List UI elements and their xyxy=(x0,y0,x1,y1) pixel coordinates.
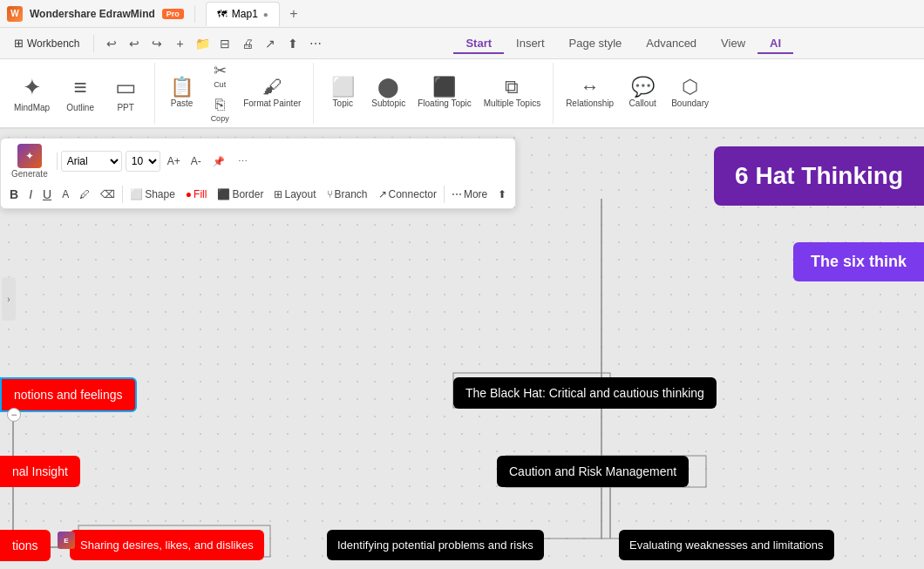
redo-button[interactable]: ↪ xyxy=(146,33,167,54)
canvas-area[interactable]: ✦ Generate Arial 10 A+ A- 📌 ⋯ B I U A 🖊 … xyxy=(0,129,924,569)
subtopic-label: Subtopic xyxy=(371,98,405,109)
workbench-button[interactable]: ⊞ Workbench xyxy=(7,33,86,53)
map1-tab[interactable]: 🗺 Map1 ● xyxy=(206,2,280,26)
ft-sep3 xyxy=(444,186,445,203)
bold-button[interactable]: B xyxy=(6,184,22,205)
outline-button[interactable]: ≡ Outline xyxy=(58,71,102,116)
increase-font-button[interactable]: A+ xyxy=(164,151,184,172)
topic-button[interactable]: ⬜ Topic xyxy=(321,74,364,112)
new-button[interactable]: + xyxy=(169,33,190,54)
open-button[interactable]: 📁 xyxy=(192,33,213,54)
shape-label: Shape xyxy=(145,188,175,200)
subtopic-button[interactable]: ⬤ Subtopic xyxy=(366,74,411,112)
multiple-topics-button[interactable]: ⧉ Multiple Topics xyxy=(479,74,546,112)
insight-node[interactable]: nal Insight xyxy=(0,456,80,487)
export-button[interactable]: ⬆ xyxy=(282,33,303,54)
format-painter-button[interactable]: 🖌 Format Painter xyxy=(238,74,306,112)
tab-view[interactable]: View xyxy=(709,33,758,53)
black-hat-node[interactable]: The Black Hat: Critical and cautious thi… xyxy=(453,377,717,409)
tab-start[interactable]: Start xyxy=(453,33,504,53)
tab-insert[interactable]: Insert xyxy=(504,33,557,53)
tab-advanced-label: Advanced xyxy=(646,37,696,50)
tab-ai[interactable]: AI xyxy=(758,33,793,53)
layout-button[interactable]: ⊞ Layout xyxy=(270,184,319,205)
highlight-button[interactable]: 🖊 xyxy=(76,184,93,205)
pages-button[interactable]: ⊟ xyxy=(214,33,235,54)
caution-node[interactable]: Caution and Risk Management xyxy=(497,456,689,487)
mindmap-button[interactable]: ✦ MindMap xyxy=(7,71,57,116)
mindmap-label: MindMap xyxy=(14,103,50,112)
panel-collapse-button[interactable]: › xyxy=(2,277,16,321)
print-button[interactable]: 🖨 xyxy=(237,33,258,54)
topic-group: ⬜ Topic ⬤ Subtopic ⬛ Floating Topic ⧉ Mu… xyxy=(314,63,554,124)
central-node[interactable]: 6 Hat Thinking xyxy=(714,146,924,206)
collapse-indicator[interactable]: − xyxy=(7,408,21,422)
chevron-right-icon: › xyxy=(7,295,10,304)
cut-button[interactable]: ✂ Cut xyxy=(203,61,236,91)
sharing-node[interactable]: Sharing desires, likes, and dislikes xyxy=(70,530,264,560)
more-button[interactable]: ⋯ xyxy=(305,33,326,54)
share-button[interactable]: ↗ xyxy=(260,33,281,54)
callout-label: Callout xyxy=(629,98,656,109)
emotions-node[interactable]: notions and feelings xyxy=(0,377,137,412)
tions-node[interactable]: tions xyxy=(0,530,51,561)
ft-sep1 xyxy=(57,152,58,170)
relationship-label: Relationship xyxy=(566,98,614,109)
eraser-button[interactable]: ⌫ xyxy=(97,184,119,205)
separator xyxy=(194,5,195,23)
sep1 xyxy=(93,35,94,52)
more-options-button[interactable]: ⋯ More xyxy=(448,184,491,205)
sub-node-text: The six think xyxy=(811,253,907,270)
border-label: Border xyxy=(232,188,263,200)
floating-topic-button[interactable]: ⬛ Floating Topic xyxy=(412,74,477,112)
italic-button[interactable]: I xyxy=(25,184,36,205)
relationship-button[interactable]: ↔ Relationship xyxy=(561,74,619,112)
collapse-button[interactable]: ⬆ xyxy=(494,184,510,205)
callout-button[interactable]: 💬 Callout xyxy=(621,74,664,112)
paste-button[interactable]: 📋 Paste xyxy=(162,74,201,112)
generate-button[interactable]: ✦ Generate xyxy=(6,142,53,180)
float-expand-button[interactable]: ⋯ xyxy=(233,151,254,172)
more-label: More xyxy=(464,188,487,200)
format-painter-icon: 🖌 xyxy=(262,78,282,97)
undo-button[interactable]: ↩ xyxy=(101,33,122,54)
tab-page-style[interactable]: Page style xyxy=(557,33,635,53)
copy-button[interactable]: ⎘ Copy xyxy=(203,95,236,125)
sharing-node-text: Sharing desires, likes, and dislikes xyxy=(80,539,254,552)
connector-button[interactable]: ↗ Connector xyxy=(375,184,440,205)
font-color-button[interactable]: A xyxy=(58,184,72,205)
tab-page-style-label: Page style xyxy=(569,37,622,50)
font-select[interactable]: Arial xyxy=(61,151,122,172)
generate-icon: ✦ xyxy=(17,144,42,168)
connectors-group: ↔ Relationship 💬 Callout ⬡ Boundary xyxy=(554,63,721,124)
fill-button[interactable]: ● Fill xyxy=(182,184,211,205)
insight-node-text: nal Insight xyxy=(12,464,68,478)
multiple-topics-icon: ⧉ xyxy=(505,78,519,97)
shape-button[interactable]: ⬜ Shape xyxy=(126,184,179,205)
ppt-button[interactable]: ▭ PPT xyxy=(104,71,147,116)
outline-label: Outline xyxy=(66,103,94,112)
border-button[interactable]: ⬛ Border xyxy=(214,184,267,205)
underline-button[interactable]: U xyxy=(39,184,55,205)
tab-advanced[interactable]: Advanced xyxy=(634,33,709,53)
ppt-icon: ▭ xyxy=(115,74,137,101)
float-pin-button[interactable]: 📌 xyxy=(208,151,229,172)
size-select[interactable]: 10 xyxy=(126,151,160,172)
identifying-node[interactable]: Identifying potential problems and risks xyxy=(327,530,544,560)
ft-sep2 xyxy=(122,186,123,203)
add-tab-button[interactable]: + xyxy=(283,3,304,24)
decrease-font-button[interactable]: A- xyxy=(187,151,205,172)
subtopic-icon: ⬤ xyxy=(377,78,399,97)
boundary-button[interactable]: ⬡ Boundary xyxy=(666,74,714,112)
undo2-button[interactable]: ↩ xyxy=(124,33,145,54)
tab-dot: ● xyxy=(263,10,268,19)
clipboard-group: 📋 Paste ✂ Cut ⎘ Copy 🖌 Format Painter xyxy=(155,63,314,124)
evaluating-node[interactable]: Evaluating weaknesses and limitations xyxy=(619,530,834,560)
topic-label: Topic xyxy=(333,98,353,109)
black-hat-node-text: The Black Hat: Critical and cautious thi… xyxy=(465,386,704,400)
paste-icon: 📋 xyxy=(170,78,194,97)
topic-icon: ⬜ xyxy=(331,78,355,97)
sub-node[interactable]: The six think xyxy=(793,242,924,281)
branch-button[interactable]: ⑂ Branch xyxy=(323,184,371,205)
cut-icon: ✂ xyxy=(214,63,227,78)
